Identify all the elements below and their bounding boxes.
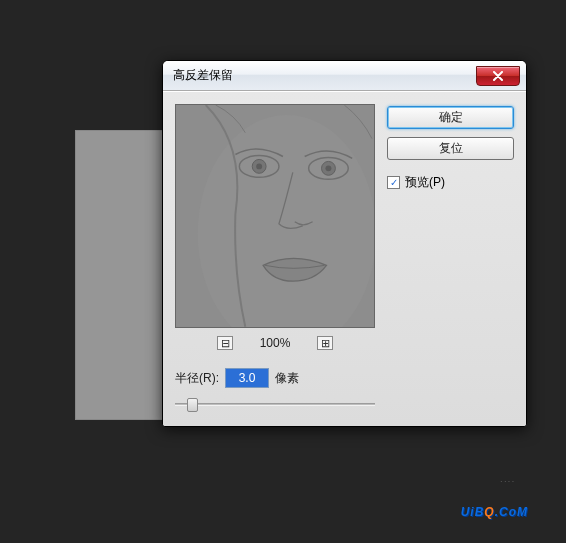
watermark-b: .CoM bbox=[495, 505, 528, 519]
preview-checkbox[interactable]: ✓ bbox=[387, 176, 400, 189]
close-icon bbox=[492, 71, 504, 81]
background-document-panel bbox=[75, 130, 165, 420]
preview-checkbox-row: ✓ 预览(P) bbox=[387, 174, 514, 191]
svg-point-4 bbox=[256, 163, 262, 169]
zoom-controls: ⊟ 100% ⊞ bbox=[175, 336, 375, 350]
reset-button[interactable]: 复位 bbox=[387, 137, 514, 160]
left-column: ⊟ 100% ⊞ 半径(R): 像素 bbox=[175, 104, 375, 414]
ok-button[interactable]: 确定 bbox=[387, 106, 514, 129]
right-column: 确定 复位 ✓ 预览(P) bbox=[387, 104, 514, 414]
filter-preview[interactable] bbox=[175, 104, 375, 328]
close-button[interactable] bbox=[476, 66, 520, 86]
radius-slider[interactable] bbox=[175, 394, 375, 414]
preview-checkbox-label: 预览(P) bbox=[405, 174, 445, 191]
radius-label: 半径(R): bbox=[175, 370, 219, 387]
zoom-out-button[interactable]: ⊟ bbox=[217, 336, 233, 350]
highpass-dialog: 高反差保留 bbox=[162, 60, 527, 427]
titlebar: 高反差保留 bbox=[163, 61, 526, 91]
watermark-q: Q bbox=[484, 505, 494, 519]
dialog-body: ⊟ 100% ⊞ 半径(R): 像素 确定 复位 ✓ bbox=[163, 91, 526, 426]
radius-input[interactable] bbox=[225, 368, 269, 388]
slider-track bbox=[175, 403, 375, 406]
watermark: UiBQ.CoM bbox=[461, 489, 528, 523]
tiny-mark: ···· bbox=[500, 478, 516, 485]
zoom-percent: 100% bbox=[253, 336, 297, 350]
zoom-in-button[interactable]: ⊞ bbox=[317, 336, 333, 350]
radius-unit: 像素 bbox=[275, 370, 299, 387]
dialog-title: 高反差保留 bbox=[173, 67, 233, 84]
watermark-a: UiB bbox=[461, 505, 485, 519]
preview-image bbox=[176, 105, 374, 327]
radius-row: 半径(R): 像素 bbox=[175, 368, 375, 388]
slider-thumb[interactable] bbox=[187, 398, 198, 412]
svg-point-7 bbox=[325, 165, 331, 171]
